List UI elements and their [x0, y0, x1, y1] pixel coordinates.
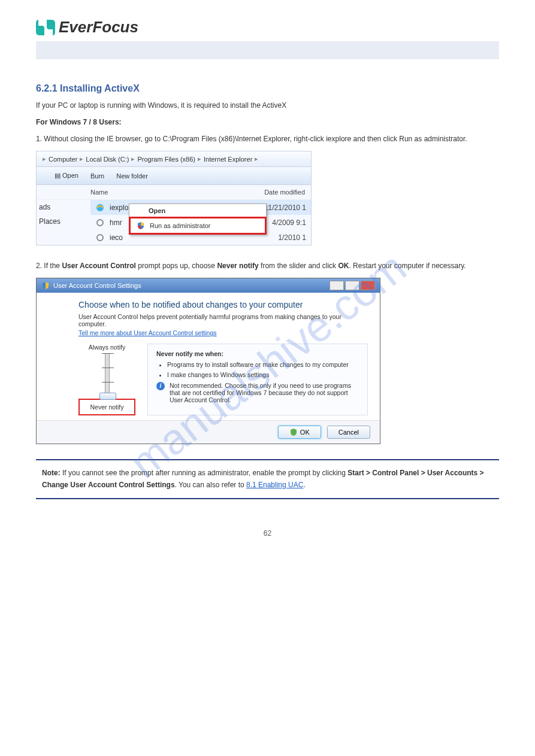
everfocus-icon	[36, 19, 55, 37]
breadcrumb-sep: ▸	[43, 155, 46, 163]
shield-icon	[41, 281, 50, 290]
explorer-breadcrumb: ▸ Computer ▸ Local Disk (C:) ▸ Program F…	[37, 151, 311, 167]
cancel-label: Cancel	[338, 429, 359, 436]
brand-name: EverFocus	[59, 18, 138, 37]
slider-thumb[interactable]	[99, 393, 116, 400]
step-2-bold: Never notify	[217, 262, 258, 270]
step-1-number: 1.	[36, 135, 42, 143]
panel-bullet: I make changes to Windows settings	[167, 371, 359, 378]
step-2-part: prompt pops up, choose	[136, 262, 217, 270]
uac-heading: Choose when to be notified about changes…	[78, 300, 368, 309]
uac-info-panel: Never notify me when: Programs try to in…	[147, 344, 368, 415]
file-name: ieco	[110, 233, 273, 242]
uac-description: User Account Control helps prevent poten…	[78, 313, 368, 327]
file-date: 11/21/2010 1	[264, 204, 306, 212]
breadcrumb-item: Internet Explorer	[204, 156, 252, 163]
breadcrumb-sep: ▸	[198, 155, 201, 163]
brand-logo: EverFocus	[36, 18, 499, 37]
uac-button-row: OK Cancel	[37, 420, 380, 444]
svg-point-1	[97, 220, 103, 226]
breadcrumb-sep: ▸	[255, 155, 258, 163]
ie-icon	[95, 203, 105, 212]
uac-title-text: User Account Control Settings	[53, 282, 141, 289]
column-date: Date modified	[264, 189, 305, 196]
note-label: Note:	[42, 469, 61, 477]
toolbar-open[interactable]: ▤ Open	[55, 172, 78, 180]
explorer-column-headers: Name Date modified	[37, 185, 311, 200]
step-1: 1. Without closing the IE browser, go to…	[36, 133, 499, 145]
note-link[interactable]: 8.1 Enabling UAC	[246, 481, 303, 489]
maximize-button[interactable]	[345, 281, 359, 290]
shield-icon	[137, 221, 145, 230]
step-2-number: 2.	[36, 262, 42, 270]
header-decorative-bar	[36, 41, 499, 59]
column-name: Name	[90, 189, 264, 196]
sidebar-item: ads	[37, 200, 88, 214]
context-menu: Open Run as administrator	[129, 204, 267, 235]
context-runas-label: Run as administrator	[150, 222, 211, 229]
step-2-part: . Restart your computer if necessary.	[349, 262, 466, 270]
breadcrumb-item: Program Files (x86)	[137, 156, 195, 163]
note-text: If you cannot see the prompt after runni…	[61, 469, 348, 477]
note-text: . You can also refer to	[175, 481, 246, 489]
step-2-bold: User Account Control	[62, 262, 136, 270]
breadcrumb-item: Local Disk (C:)	[86, 156, 129, 163]
context-open[interactable]: Open	[129, 204, 266, 217]
panel-title: Never notify me when:	[156, 350, 359, 357]
info-icon: i	[156, 382, 165, 390]
sidebar-item: Places	[37, 214, 88, 229]
minimize-button[interactable]	[330, 281, 344, 290]
step-2: 2. If the User Account Control prompt po…	[36, 260, 499, 272]
ok-label: OK	[300, 429, 310, 436]
uac-dialog-screenshot: User Account Control Settings Choose whe…	[36, 278, 380, 444]
section-heading: 6.2.1 Installing ActiveX	[36, 83, 499, 94]
slider-never-highlight: Never notify	[78, 399, 135, 415]
slider-track[interactable]	[105, 353, 110, 396]
breadcrumb-sep: ▸	[80, 155, 83, 163]
gear-icon	[95, 233, 105, 242]
close-button[interactable]	[361, 281, 375, 290]
file-date: 1/2010 1	[278, 233, 306, 242]
context-run-as-admin[interactable]: Run as administrator	[129, 217, 267, 235]
intro-paragraph: If your PC or laptop is running with Win…	[36, 100, 499, 111]
explorer-screenshot: ▸ Computer ▸ Local Disk (C:) ▸ Program F…	[36, 151, 312, 245]
cancel-button[interactable]: Cancel	[327, 426, 370, 439]
shield-icon	[289, 428, 298, 436]
toolbar-newfolder[interactable]: New folder	[116, 172, 148, 180]
slider-always-label: Always notify	[78, 344, 135, 351]
slider-never-label: Never notify	[90, 403, 123, 411]
explorer-sidebar: ads Places	[37, 200, 88, 229]
note-text: .	[303, 481, 305, 489]
win7-heading: For Windows 7 / 8 Users:	[36, 117, 499, 127]
ok-button[interactable]: OK	[278, 426, 321, 439]
page-number: 62	[36, 529, 499, 538]
panel-bullet: Programs try to install software or make…	[167, 361, 359, 368]
panel-info-text: Not recommended. Choose this only if you…	[170, 382, 359, 403]
toolbar-burn[interactable]: Burn	[90, 172, 104, 180]
breadcrumb-item: Computer	[49, 156, 77, 163]
explorer-toolbar: ▤ Open Burn New folder	[37, 167, 311, 185]
svg-point-2	[97, 235, 103, 241]
note-box: Note: If you cannot see the prompt after…	[36, 459, 499, 499]
context-open-label: Open	[149, 207, 165, 214]
step-1-text: Without closing the IE browser, go to C:…	[44, 135, 467, 143]
step-2-part: If the	[44, 262, 62, 270]
uac-titlebar: User Account Control Settings	[37, 278, 380, 293]
step-2-part: from the slider and click	[259, 262, 338, 270]
file-date: 4/2009 9:1	[272, 218, 306, 227]
uac-help-link[interactable]: Tell me more about User Account Control …	[78, 329, 217, 336]
step-2-bold: OK	[338, 262, 349, 270]
uac-slider[interactable]: Always notify Never notify	[78, 344, 135, 415]
gear-icon	[95, 218, 105, 227]
breadcrumb-sep: ▸	[131, 155, 135, 163]
